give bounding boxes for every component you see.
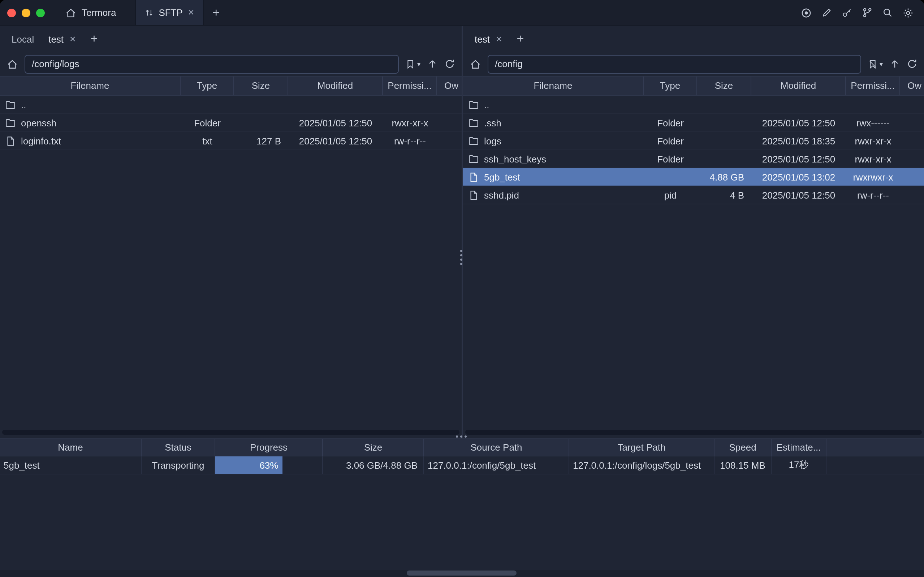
column-header-owner[interactable]: Ow [900,77,924,95]
tab-sftp[interactable]: SFTP ✕ [135,0,204,25]
file-name: openssh [21,118,56,128]
app-home-button[interactable]: Termora [65,0,116,25]
record-icon[interactable] [800,7,812,18]
table-row[interactable]: sshd.pid pid 4 B 2025/01/05 12:50 rw-r--… [463,186,924,205]
file-icon [468,190,479,200]
transfer-progress-cell: 63% [215,456,323,474]
file-modified: 2025/01/05 12:50 [751,153,846,164]
tab-label: Local [11,34,34,44]
file-name-cell: loginfo.txt [0,135,181,146]
edit-icon[interactable] [821,7,832,18]
file-size: 127 B [234,135,288,146]
column-header-permissions[interactable]: Permissi... [846,77,900,95]
new-session-tab-button[interactable]: + [84,32,105,46]
column-header-source-path: Source Path [424,439,569,456]
transfer-name: 5gb_test [0,456,142,474]
horizontal-scrollbar[interactable] [465,430,922,435]
window-minimize-button[interactable] [22,8,31,17]
column-header-filler [826,439,924,456]
transfer-filler [826,456,924,474]
file-name-cell: openssh [0,118,181,128]
table-row[interactable]: loginfo.txt txt 127 B 2025/01/05 12:50 r… [0,132,462,150]
new-tab-button[interactable]: + [213,0,219,25]
file-name: .ssh [484,118,502,128]
home-button[interactable] [6,58,18,70]
table-row[interactable]: .. [0,96,462,114]
search-icon[interactable] [882,7,893,18]
new-session-tab-button[interactable]: + [509,32,531,46]
column-header-type[interactable]: Type [644,77,697,95]
file-name: .. [21,99,26,110]
tab-local[interactable]: Local [4,26,41,52]
file-name-cell: .ssh [463,118,644,128]
column-header-filename[interactable]: Filename [463,77,644,95]
file-permissions: rwx------ [846,118,900,128]
column-header-modified[interactable]: Modified [751,77,846,95]
transfer-panel: Name Status Progress Size Source Path Ta… [0,438,924,577]
home-icon [65,7,77,18]
folder-icon [468,153,479,164]
table-row[interactable]: openssh Folder 2025/01/05 12:50 rwxr-xr-… [0,114,462,132]
file-table-header: Filename Type Size Modified Permissi... … [0,76,462,96]
window-close-button[interactable] [7,8,16,17]
horizontal-scrollbar[interactable] [2,430,460,435]
file-name: logs [484,135,502,146]
window-scrollbar-thumb[interactable] [407,571,516,575]
divider-grip-icon[interactable] [460,250,462,265]
home-button[interactable] [469,58,481,70]
path-input[interactable] [24,55,399,73]
transfer-row[interactable]: 5gb_test Transporting 63% 3.06 GB/4.88 G… [0,456,924,474]
file-name: loginfo.txt [21,135,61,146]
table-row[interactable]: .. [463,96,924,114]
window-zoom-button[interactable] [36,8,45,17]
tab-test-local[interactable]: test ✕ [41,26,83,52]
file-name: .. [484,99,489,110]
refresh-button[interactable] [907,58,918,69]
file-type: Folder [644,153,697,164]
column-header-size[interactable]: Size [697,77,751,95]
file-modified: 2025/01/05 18:35 [751,135,846,146]
path-input[interactable] [488,55,861,73]
folder-icon [5,118,16,128]
table-row-selected[interactable]: 5gb_test 4.88 GB 2025/01/05 13:02 rwxrwx… [463,168,924,186]
folder-icon [468,99,479,110]
local-pane: Local test ✕ + ▾ [0,26,462,438]
file-table-header: Filename Type Size Modified Permissi... … [463,76,924,96]
tab-label: test [475,34,490,44]
column-header-filename[interactable]: Filename [0,77,181,95]
remote-pane-tab-bar: test ✕ + [463,26,924,52]
close-icon[interactable]: ✕ [188,9,194,17]
close-icon[interactable]: ✕ [496,35,502,43]
table-row[interactable]: logs Folder 2025/01/05 18:35 rwxr-xr-x [463,132,924,150]
chevron-down-icon[interactable]: ▾ [880,60,883,68]
transfer-status: Transporting [142,456,215,474]
file-modified: 2025/01/05 12:50 [751,118,846,128]
file-permissions: rw-r--r-- [846,190,900,200]
table-row[interactable]: ssh_host_keys Folder 2025/01/05 12:50 rw… [463,150,924,168]
column-header-owner[interactable]: Ow [437,77,462,95]
sftp-panes: Local test ✕ + ▾ [0,26,924,438]
file-modified: 2025/01/05 13:02 [751,171,846,182]
panel-divider-grip-icon[interactable] [455,435,466,438]
chevron-down-icon[interactable]: ▾ [417,60,421,68]
bookmark-icon[interactable] [406,59,416,69]
column-header-permissions[interactable]: Permissi... [383,77,437,95]
column-header-status: Status [142,439,215,456]
column-header-type[interactable]: Type [181,77,234,95]
tab-test-remote[interactable]: test ✕ [468,26,509,52]
parent-directory-button[interactable] [889,58,900,69]
parent-directory-button[interactable] [427,58,438,69]
refresh-button[interactable] [444,58,455,69]
column-header-modified[interactable]: Modified [288,77,383,95]
folder-icon [468,118,479,128]
table-row[interactable]: .ssh Folder 2025/01/05 12:50 rwx------ [463,114,924,132]
git-branch-icon[interactable] [862,7,873,18]
key-icon[interactable] [842,7,853,18]
termora-window: Termora SFTP ✕ + [0,0,924,577]
file-permissions: rwxr-xr-x [846,135,900,146]
close-icon[interactable]: ✕ [69,35,76,43]
column-header-size[interactable]: Size [234,77,288,95]
settings-gear-icon[interactable] [902,7,914,18]
bookmark-icon[interactable] [868,59,878,69]
column-header-progress: Progress [215,439,323,456]
